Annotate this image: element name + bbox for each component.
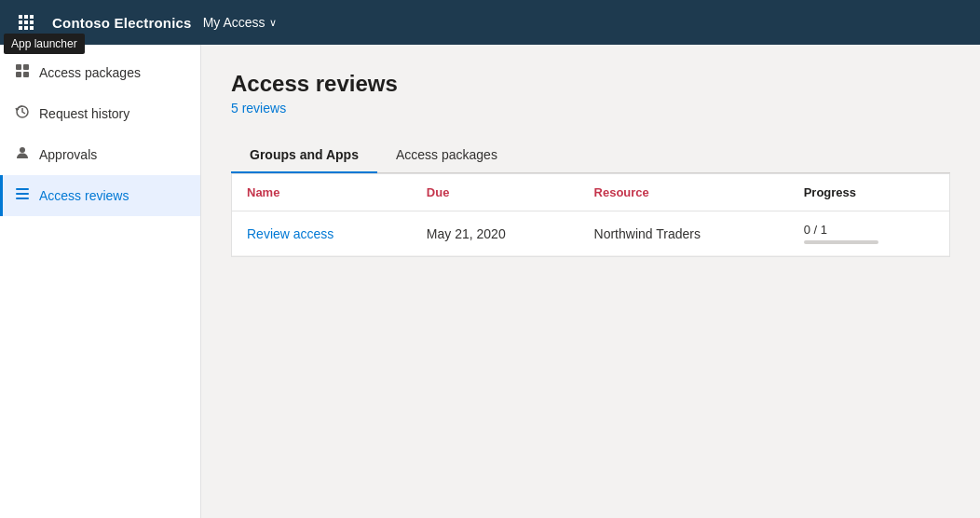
access-packages-icon	[15, 63, 30, 82]
sidebar-label-access-reviews: Access reviews	[39, 188, 129, 203]
sidebar-item-request-history[interactable]: Request history	[0, 93, 200, 134]
progress-container: 0 / 1	[804, 223, 934, 244]
cell-due: May 21, 2020	[412, 211, 579, 256]
svg-rect-17	[16, 198, 29, 199]
top-navigation: App launcher Contoso Electronics My Acce…	[0, 0, 980, 45]
my-access-nav[interactable]: My Access ∨	[203, 15, 277, 30]
svg-rect-8	[30, 26, 34, 30]
access-reviews-icon	[15, 186, 30, 205]
col-header-name: Name	[232, 174, 412, 211]
tab-access-packages[interactable]: Access packages	[377, 138, 516, 173]
svg-point-14	[20, 147, 25, 153]
svg-rect-16	[16, 193, 29, 195]
svg-rect-3	[19, 20, 22, 24]
progress-bar-background	[804, 240, 878, 244]
sidebar-label-approvals: Approvals	[39, 147, 97, 162]
tab-groups-and-apps[interactable]: Groups and Apps	[231, 138, 377, 173]
svg-rect-15	[16, 188, 29, 190]
svg-rect-7	[24, 26, 28, 30]
review-access-link[interactable]: Review access	[247, 226, 333, 241]
page-subtitle: 5 reviews	[231, 101, 950, 116]
my-access-label: My Access	[203, 15, 265, 30]
svg-rect-5	[30, 20, 34, 24]
reviews-table: Name Due Resource Progress Review access…	[232, 174, 949, 256]
svg-rect-1	[24, 15, 28, 19]
tab-bar: Groups and Apps Access packages	[231, 138, 950, 173]
sidebar-item-approvals[interactable]: Approvals	[0, 134, 200, 175]
approvals-icon	[15, 145, 30, 164]
sidebar-item-access-packages[interactable]: Access packages	[0, 52, 200, 93]
svg-rect-12	[23, 72, 29, 77]
svg-rect-4	[24, 20, 28, 24]
cell-resource: Northwind Traders	[579, 211, 789, 256]
svg-rect-6	[19, 26, 22, 30]
svg-rect-11	[16, 72, 21, 77]
chevron-down-icon: ∨	[269, 17, 277, 29]
sidebar-label-request-history: Request history	[39, 106, 129, 121]
sidebar-item-access-reviews[interactable]: Access reviews	[0, 175, 200, 216]
sidebar: Access packages Request history Approv	[0, 45, 201, 518]
cell-progress: 0 / 1	[789, 211, 949, 256]
col-header-due: Due	[412, 174, 579, 211]
cell-name: Review access	[232, 211, 412, 256]
org-name: Contoso Electronics	[52, 15, 192, 31]
col-header-resource: Resource	[579, 174, 789, 211]
col-header-progress: Progress	[789, 174, 949, 211]
main-content: Access reviews 5 reviews Groups and Apps…	[201, 45, 980, 518]
svg-rect-2	[30, 15, 34, 19]
sidebar-label-access-packages: Access packages	[39, 65, 141, 80]
page-title: Access reviews	[231, 71, 950, 97]
svg-rect-0	[19, 15, 22, 19]
main-layout: Access packages Request history Approv	[0, 45, 980, 518]
progress-text: 0 / 1	[804, 223, 934, 237]
app-launcher-tooltip: App launcher	[4, 34, 85, 54]
table-row: Review access May 21, 2020 Northwind Tra…	[232, 211, 949, 256]
svg-rect-9	[16, 64, 21, 70]
svg-rect-10	[23, 64, 29, 70]
table-header-row: Name Due Resource Progress	[232, 174, 949, 211]
reviews-table-container: Name Due Resource Progress Review access…	[231, 173, 950, 257]
request-history-icon	[15, 104, 30, 123]
